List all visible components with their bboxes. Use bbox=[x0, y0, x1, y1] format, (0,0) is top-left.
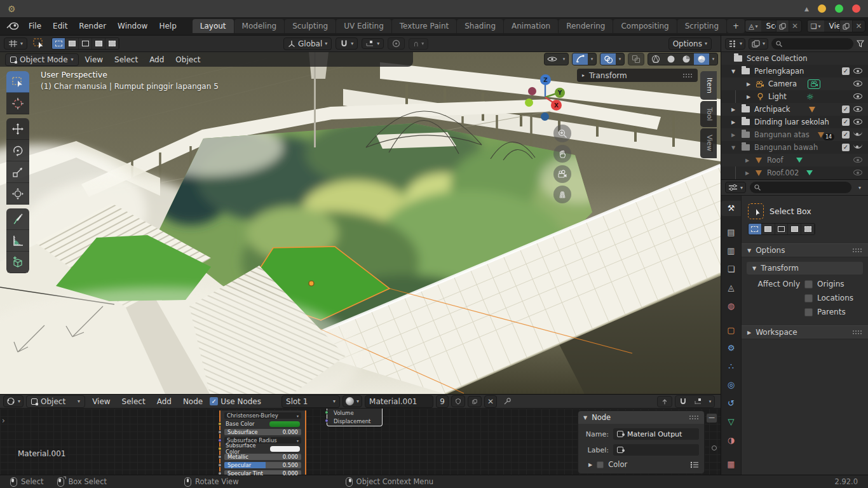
visibility-dropdown[interactable]: ▾ bbox=[560, 53, 568, 65]
ptab-modifiers[interactable]: ⚙ bbox=[721, 341, 741, 356]
subsurface-method-dropdown[interactable]: Christensen-Burley▾ bbox=[224, 412, 301, 419]
node-snap-grid-icon[interactable] bbox=[691, 395, 706, 408]
ptab-material[interactable]: ◑ bbox=[721, 432, 741, 447]
hide-toggle-eye-closed-icon[interactable] bbox=[853, 132, 863, 138]
tool-annotate[interactable] bbox=[6, 208, 29, 230]
input-socket[interactable] bbox=[218, 438, 222, 442]
expander-icon[interactable]: ▶ bbox=[731, 119, 735, 125]
outliner-row-camera[interactable]: ▶ Camera bbox=[721, 78, 868, 90]
editor-type-selector[interactable]: ▾ bbox=[4, 37, 27, 50]
tool-add-cube[interactable] bbox=[6, 252, 29, 273]
outliner-search-input[interactable] bbox=[771, 38, 853, 50]
row-label[interactable]: Perlengkapan bbox=[754, 67, 804, 76]
menu-file[interactable]: File bbox=[23, 20, 47, 32]
viewport-canvas[interactable] bbox=[0, 52, 721, 394]
hide-toggle-eye-icon[interactable] bbox=[853, 81, 863, 87]
row-label[interactable]: Roof bbox=[767, 156, 783, 165]
specular-slider[interactable]: Specular0.500 bbox=[224, 462, 301, 468]
properties-options-dropdown[interactable]: ▾ bbox=[855, 185, 864, 191]
snap-toggle[interactable]: ▾ bbox=[336, 37, 358, 50]
subsurface-color-swatch[interactable] bbox=[270, 446, 300, 452]
ptab-object[interactable]: ▢ bbox=[721, 322, 741, 337]
outliner-row-light[interactable]: ▶ Light ☼ bbox=[721, 90, 868, 103]
select-mode-set[interactable] bbox=[52, 38, 65, 49]
ptab-scene[interactable]: ◬ bbox=[721, 280, 741, 295]
row-label[interactable]: Dinding luar sekolah bbox=[754, 118, 829, 126]
material-users-button[interactable]: 9 bbox=[436, 395, 449, 408]
parents-checkbox[interactable] bbox=[804, 308, 813, 316]
tab-rendering[interactable]: Rendering bbox=[559, 19, 613, 33]
expander-icon[interactable]: ▶ bbox=[745, 170, 749, 176]
scene-icon[interactable]: ◬▾ bbox=[745, 20, 761, 32]
active-tool-icon[interactable] bbox=[31, 37, 48, 51]
transform-orientation-dropdown[interactable]: Global▾ bbox=[283, 37, 332, 50]
view-layer-icon[interactable]: ❏▾ bbox=[808, 20, 824, 32]
collection-checkbox[interactable]: ✓ bbox=[842, 67, 850, 75]
shading-dropdown[interactable]: ▾ bbox=[709, 53, 717, 65]
overlays-toggle[interactable] bbox=[600, 53, 616, 65]
ptab-constraints[interactable]: ↺ bbox=[721, 396, 741, 411]
zoom-button[interactable] bbox=[553, 125, 571, 142]
light-data-icon[interactable]: ☼ bbox=[806, 93, 814, 101]
input-socket[interactable] bbox=[218, 430, 222, 434]
maximize-button[interactable] bbox=[835, 4, 843, 13]
color-presets-icon[interactable] bbox=[690, 461, 699, 468]
shader-editor-type[interactable]: ▾ bbox=[3, 395, 24, 407]
copy-material-icon[interactable] bbox=[468, 396, 482, 407]
unlink-material-icon[interactable]: ✕ bbox=[484, 395, 497, 408]
tool-scale[interactable] bbox=[6, 161, 29, 183]
shade-window-icon[interactable]: ▲ bbox=[804, 6, 809, 12]
ptab-view-layer[interactable]: ❏ bbox=[721, 262, 741, 277]
sidebar-tab-view[interactable]: View bbox=[700, 128, 717, 158]
pin-icon[interactable] bbox=[499, 397, 515, 405]
viewport-menu-select[interactable]: Select bbox=[109, 54, 143, 65]
row-label[interactable]: Bangunan atas bbox=[754, 130, 810, 139]
select-mode-invert[interactable] bbox=[92, 38, 105, 49]
view-layer-name[interactable]: View Layer bbox=[824, 22, 839, 30]
material-browse-dropdown[interactable]: ▾ bbox=[342, 395, 362, 407]
shading-wireframe-button[interactable] bbox=[648, 53, 663, 65]
perspective-toggle-button[interactable] bbox=[553, 186, 571, 203]
ptab-texture[interactable]: ▦ bbox=[721, 456, 741, 471]
ptab-world[interactable]: ◍ bbox=[721, 298, 741, 313]
tool-rotate[interactable] bbox=[6, 140, 29, 161]
region-toggle-chevron[interactable]: › bbox=[2, 416, 5, 425]
color-checkbox[interactable] bbox=[597, 461, 604, 468]
tool-measure[interactable] bbox=[6, 230, 29, 252]
outliner-display-mode[interactable]: ▾ bbox=[749, 38, 768, 50]
ptab-render[interactable]: ▤ bbox=[721, 225, 741, 240]
select-mode-intersect[interactable] bbox=[801, 224, 815, 234]
collection-checkbox[interactable]: ✓ bbox=[842, 105, 850, 113]
color-expander[interactable]: ▶ bbox=[588, 462, 592, 468]
ptab-physics[interactable]: ◎ bbox=[721, 377, 741, 393]
sidebar-tab-item[interactable]: Item bbox=[700, 71, 717, 100]
node-canvas[interactable]: › Material.001 Christensen-Burley▾ Base … bbox=[0, 409, 721, 475]
base-color-swatch[interactable] bbox=[269, 421, 300, 427]
principled-bsdf-node[interactable]: Christensen-Burley▾ Base Color Subsurfac… bbox=[219, 410, 306, 475]
hide-toggle-eye-icon[interactable] bbox=[853, 157, 863, 163]
fake-user-shield-icon[interactable] bbox=[451, 395, 465, 407]
filter-icon[interactable] bbox=[857, 40, 864, 48]
node-snap-dropdown[interactable]: ▾ bbox=[706, 395, 714, 408]
select-mode-invert[interactable] bbox=[788, 224, 801, 234]
hide-toggle-eye-closed-icon[interactable] bbox=[853, 144, 863, 151]
camera-view-button[interactable] bbox=[553, 165, 571, 183]
ptab-object-data[interactable]: ▽ bbox=[721, 414, 741, 429]
proportional-editing-toggle[interactable] bbox=[388, 37, 405, 50]
active-tool-badge[interactable] bbox=[748, 203, 764, 219]
menu-window[interactable]: Window bbox=[112, 20, 153, 32]
shading-solid-button[interactable] bbox=[663, 53, 679, 65]
tool-transform[interactable] bbox=[6, 183, 29, 205]
select-mode-set[interactable] bbox=[749, 224, 762, 234]
proportional-falloff-dropdown[interactable]: ∩▾ bbox=[409, 38, 428, 50]
tab-sculpting[interactable]: Sculpting bbox=[285, 19, 336, 33]
pan-button[interactable] bbox=[553, 145, 571, 163]
shader-menu-select[interactable]: Select bbox=[118, 396, 150, 407]
outliner-row-dinding-luar-sekolah[interactable]: ▶ Dinding luar sekolah ✓ bbox=[721, 116, 868, 128]
collection-checkbox[interactable]: ✓ bbox=[842, 118, 850, 126]
gizmo-axis-z-neg[interactable] bbox=[541, 112, 549, 121]
navigation-gizmo[interactable]: Z Y X bbox=[518, 73, 576, 125]
subsurface-slider[interactable]: Subsurface0.000 bbox=[224, 429, 301, 435]
locations-checkbox[interactable] bbox=[804, 294, 813, 302]
ptab-output[interactable]: ▥ bbox=[721, 243, 741, 259]
